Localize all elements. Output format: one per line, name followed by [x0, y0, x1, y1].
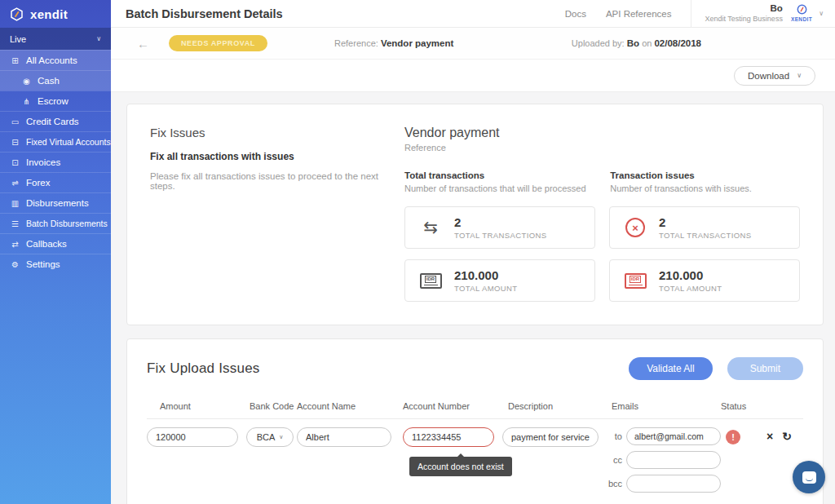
sidebar-item-label: Escrow [38, 96, 68, 106]
idr-banknote-icon: IDR [625, 273, 647, 289]
error-tooltip: Account does not exist [409, 457, 512, 476]
forex-icon: ⇌ [10, 179, 20, 188]
fix-issues-intro: Fix Issues Fix all transactions with iss… [150, 126, 404, 303]
sidebar-item-label: Callbacks [26, 239, 67, 249]
uploaded-by-group: Uploaded by: Bo on 02/08/2018 [572, 38, 701, 48]
bank-code-select[interactable]: BCA ∨ [246, 427, 294, 447]
user-menu[interactable]: Bo Xendit Testing Business [705, 3, 782, 24]
back-icon[interactable]: ← [137, 37, 149, 51]
brand-block[interactable]: XENDIT [791, 4, 812, 23]
metric-total-amount: IDR 210.000 TOTAL AMOUNT [404, 259, 595, 302]
table-row: BCA ∨ Account does not exist to [147, 419, 803, 493]
email-bcc-input[interactable] [626, 475, 721, 493]
chevron-down-icon: ∨ [96, 35, 101, 42]
api-references-link[interactable]: API References [606, 9, 672, 19]
email-cc-input[interactable] [626, 451, 721, 469]
environment-selector[interactable]: Live ∨ [0, 28, 111, 50]
reference-value: Vendor payment [381, 38, 453, 48]
column-header-account-name: Account Name [297, 401, 403, 411]
callbacks-icon: ⇄ [10, 240, 20, 249]
sidebar-item-label: Invoices [26, 157, 60, 167]
chat-launcher-button[interactable] [793, 461, 825, 493]
invoices-icon: ⊡ [10, 158, 20, 167]
fix-issues-subtitle: Fix all transactions with issues [150, 151, 385, 162]
transfer-arrows-icon: ⇆ [423, 218, 438, 237]
reference-group: Reference: Vendor payment [334, 38, 453, 48]
metric-cards: ⇆ 2 TOTAL TRANSACTIONS × 2 TOTAL TRANSAC… [404, 206, 800, 302]
column-header-amount: Amount [147, 401, 246, 411]
logo-text: xendit [30, 7, 68, 21]
column-header-emails: Emails [607, 401, 721, 411]
vertical-divider [691, 0, 691, 28]
chevron-down-icon[interactable]: ∨ [819, 10, 824, 17]
retry-row-icon[interactable]: ↻ [782, 431, 792, 442]
sidebar-item-label: Batch Disbursements [26, 219, 108, 228]
sidebar-item-label: Settings [26, 259, 60, 269]
bank-code-value: BCA [257, 432, 276, 442]
table-header: Amount Bank Code Account Name Account Nu… [147, 401, 803, 419]
logo[interactable]: xendit [0, 0, 111, 28]
credit-cards-icon: ▭ [10, 117, 20, 126]
summary-reference-value: Vendor payment [404, 126, 800, 140]
sidebar-item-escrow[interactable]: ⋔ Escrow [0, 91, 111, 111]
uploaded-date: 02/08/2018 [654, 38, 701, 48]
docs-link[interactable]: Docs [565, 9, 586, 19]
sidebar-item-batch-disbursements[interactable]: ☰ Batch Disbursements [0, 213, 111, 233]
download-button[interactable]: Download ∨ [734, 66, 815, 86]
sidebar-item-invoices[interactable]: ⊡ Invoices [0, 152, 111, 172]
user-business: Xendit Testing Business [705, 15, 782, 24]
column-header-account-number: Account Number [403, 401, 502, 411]
stat-description: Number of transactions with issues. [610, 183, 800, 193]
metric-issue-amount: IDR 210.000 TOTAL AMOUNT [609, 259, 800, 302]
stat-label: Total transactions [404, 170, 610, 180]
fix-issues-summary: Vendor payment Reference Total transacti… [404, 126, 800, 303]
sidebar-item-disbursements[interactable]: ▥ Disbursements [0, 192, 111, 213]
sidebar-item-label: Cash [38, 76, 60, 86]
column-header-bank-code: Bank Code [246, 401, 297, 411]
sidebar-item-label: Forex [26, 178, 50, 188]
sidebar-item-callbacks[interactable]: ⇄ Callbacks [0, 233, 111, 254]
total-transactions-stat: Total transactions Number of transaction… [404, 170, 610, 193]
chevron-down-icon: ∨ [797, 72, 802, 79]
sidebar-item-all-accounts[interactable]: ⊞ All Accounts [0, 50, 111, 70]
metric-total-transactions: ⇆ 2 TOTAL TRANSACTIONS [404, 206, 595, 249]
page-content: Fix Issues Fix all transactions with iss… [111, 92, 835, 504]
summary-stats-row: Total transactions Number of transaction… [404, 170, 800, 193]
cash-icon: ◉ [21, 77, 32, 86]
submit-button[interactable]: Submit [727, 357, 803, 380]
chevron-down-icon: ∨ [279, 434, 283, 440]
amount-input[interactable] [147, 427, 238, 447]
uploaded-on-label: on [642, 38, 652, 48]
account-number-input[interactable] [403, 427, 494, 447]
actions-band: Download ∨ [111, 60, 835, 92]
transaction-issues-stat: Transaction issues Number of transaction… [610, 170, 800, 193]
remove-row-icon[interactable]: × [767, 431, 773, 442]
validate-all-button[interactable]: Validate All [629, 357, 712, 380]
user-name: Bo [705, 3, 782, 15]
sidebar-item-fixed-virtual-accounts[interactable]: ⊟ Fixed Virtual Accounts [0, 131, 111, 152]
sidebar-item-credit-cards[interactable]: ▭ Credit Cards [0, 111, 111, 131]
stat-description: Number of transactions that will be proc… [404, 183, 610, 193]
sidebar-item-settings[interactable]: ⚙ Settings [0, 254, 111, 274]
metric-issue-transactions: × 2 TOTAL TRANSACTIONS [609, 206, 800, 249]
description-input[interactable] [502, 427, 599, 447]
column-header-description: Description [502, 401, 607, 411]
emails-group: to cc bcc [607, 427, 721, 493]
sidebar-item-forex[interactable]: ⇌ Forex [0, 172, 111, 192]
sidebar: xendit Live ∨ ⊞ All Accounts ◉ Cash ⋔ Es… [0, 0, 111, 504]
cc-label: cc [607, 455, 622, 465]
email-to-input[interactable] [626, 427, 721, 445]
metric-label: TOTAL AMOUNT [659, 284, 722, 293]
fix-issues-title: Fix Issues [150, 126, 385, 139]
account-name-input[interactable] [297, 427, 391, 447]
sidebar-item-cash[interactable]: ◉ Cash [0, 70, 111, 91]
column-header-status: Status [721, 401, 753, 411]
disbursements-icon: ▥ [10, 199, 20, 208]
error-cross-circle-icon: × [625, 218, 645, 237]
metric-label: TOTAL TRANSACTIONS [454, 231, 546, 240]
uploaded-by-label: Uploaded by: [572, 38, 625, 48]
metric-label: TOTAL AMOUNT [454, 284, 517, 293]
status-badge: NEEDS APPROVAL [169, 35, 267, 51]
fix-upload-title: Fix Upload Issues [147, 360, 629, 377]
fixed-virtual-accounts-icon: ⊟ [10, 138, 20, 147]
